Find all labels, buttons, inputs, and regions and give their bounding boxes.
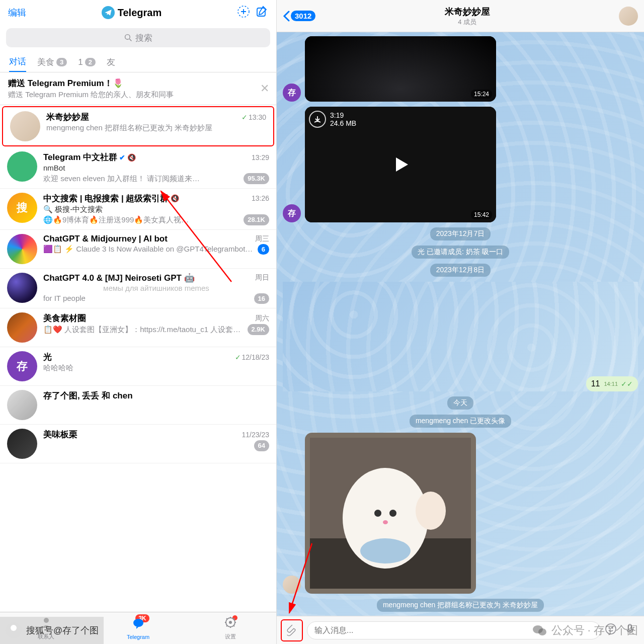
wechat-logo-icon <box>532 624 547 637</box>
watermark-left: 搜狐号@存了个图 <box>0 617 104 644</box>
svg-point-15 <box>416 492 446 530</box>
chevron-left-icon <box>283 11 290 22</box>
date-divider: 今天 <box>447 396 473 410</box>
chat-item[interactable]: 搜中文搜索 | 电报搜索 | 超级索引群 🔇13:26🔍 极搜-中文搜索🌐🔥9博… <box>0 189 276 230</box>
chat-avatar-icon <box>7 151 37 182</box>
chat-item[interactable]: Telegram 中文社群 ✔ 🔇13:29nmBot欢迎 seven elev… <box>0 147 276 189</box>
conversation-header: 3012 米奇妙妙屋 4 成员 <box>277 0 644 32</box>
compose-icon[interactable] <box>255 5 268 20</box>
play-icon[interactable] <box>396 157 408 172</box>
video-message[interactable]: 3:1924.6 MB 15:42 <box>305 107 496 222</box>
close-icon[interactable]: ✕ <box>260 82 269 95</box>
sender-avatar-icon <box>283 576 301 594</box>
folder-tabs: 对话 美食3 12 友 <box>0 52 276 72</box>
system-message: mengmeng chen 把群组名称已更改为 米奇妙妙屋 <box>377 599 544 612</box>
tab-all[interactable]: 对话 <box>9 52 26 72</box>
svg-point-12 <box>374 510 381 517</box>
app-title: Telegram <box>31 6 232 19</box>
tab-1[interactable]: 12 <box>78 57 96 67</box>
sohu-logo-icon <box>5 622 22 639</box>
svg-point-2 <box>125 35 130 40</box>
paperclip-icon <box>285 624 298 637</box>
chat-list[interactable]: 米奇妙妙屋✓ 13:30mengmeng chen 把群组名称已更改为 米奇妙妙… <box>0 105 276 612</box>
chat-avatar-icon <box>7 234 37 264</box>
sender-avatar-icon: 存 <box>283 204 301 222</box>
chat-item[interactable]: 米奇妙妙屋✓ 13:30mengmeng chen 把群组名称已更改为 米奇妙妙… <box>2 106 274 146</box>
date-divider: 2023年12月8日 <box>430 264 491 277</box>
svg-point-24 <box>11 625 17 631</box>
tab-food[interactable]: 美食3 <box>37 56 67 68</box>
tab-settings[interactable]: 设置 <box>184 612 276 644</box>
edit-button[interactable]: 编辑 <box>8 7 26 19</box>
add-folder-icon[interactable] <box>237 5 250 20</box>
message-row[interactable]: 存 3:1924.6 MB 15:42 <box>283 107 638 222</box>
message-row[interactable]: 存 15:24 <box>283 36 638 102</box>
svg-point-26 <box>538 628 546 635</box>
unread-back-badge: 3012 <box>291 11 315 21</box>
message-row[interactable]: 11 14:11 ✓✓ <box>283 282 638 391</box>
svg-point-14 <box>383 520 388 524</box>
gear-icon <box>224 616 237 632</box>
attach-button[interactable] <box>281 619 303 641</box>
messages-area[interactable]: 存 15:24 存 3:1924.6 MB 15:42 2023年12月7日 光… <box>277 32 644 616</box>
tab-friends[interactable]: 友 <box>107 56 115 68</box>
outgoing-message[interactable]: 11 14:11 ✓✓ <box>586 376 638 391</box>
chat-icon <box>132 617 145 633</box>
download-icon[interactable] <box>309 111 326 128</box>
system-message: 光 已邀请成员: 奶茶 吸一口 <box>412 246 509 259</box>
photo-message[interactable] <box>305 433 476 594</box>
premium-promo[interactable]: 赠送 Telegram Premium！🌷 赠送 Telegram Premiu… <box>0 72 276 105</box>
watermark-right: 公众号 · 存了个图 <box>532 623 638 638</box>
chat-avatar-icon <box>7 273 37 303</box>
chat-avatar-icon <box>7 390 37 420</box>
chat-list-panel: 编辑 Telegram 搜索 对话 美食3 12 友 赠送 Telegram P… <box>0 0 277 644</box>
chat-avatar-icon: 存 <box>7 351 37 381</box>
chat-avatar-icon <box>7 429 37 459</box>
tab-chats[interactable]: 3K Telegram <box>92 612 184 644</box>
svg-point-16 <box>360 538 411 564</box>
chat-item[interactable]: 美食素材圈周六📋❤️ 人设套图【亚洲女】：https://t.me/taotu_… <box>0 308 276 347</box>
chat-avatar-icon: 搜 <box>7 193 37 223</box>
svg-point-4 <box>133 619 143 627</box>
telegram-logo-icon <box>102 6 115 19</box>
chat-item[interactable]: ChatGPT 4.0 & [MJ] Neiroseti GPT 🤖周日мемы… <box>0 269 276 309</box>
image-message[interactable]: 15:24 <box>305 36 496 102</box>
chat-avatar-icon <box>10 111 40 141</box>
chat-avatar-icon <box>7 312 37 343</box>
svg-point-6 <box>229 621 232 624</box>
chat-item[interactable]: ChatGPT & Midjourney | AI bot周三🟪📋 ⚡ Clau… <box>0 230 276 269</box>
group-avatar-icon[interactable] <box>619 7 638 26</box>
svg-point-13 <box>389 510 396 517</box>
chat-item[interactable]: 存光✓ 12/18/23哈哈哈哈 <box>0 347 276 386</box>
message-row[interactable] <box>283 433 638 594</box>
system-message: mengmeng chen 已更改头像 <box>410 415 511 428</box>
date-divider: 2023年12月7日 <box>430 227 491 240</box>
back-button[interactable]: 3012 <box>283 11 315 22</box>
sender-avatar-icon: 存 <box>283 84 301 102</box>
chat-item[interactable]: 美味板栗11/23/2364 <box>0 425 276 463</box>
search-input[interactable]: 搜索 <box>6 28 270 47</box>
left-header: 编辑 Telegram <box>0 0 276 25</box>
chat-item[interactable]: 存了个图, 丢丢 和 chen <box>0 386 276 425</box>
group-title-area[interactable]: 米奇妙妙屋 4 成员 <box>319 6 615 27</box>
search-icon <box>124 34 132 42</box>
conversation-panel: 3012 米奇妙妙屋 4 成员 存 15:24 存 3:1924.6 MB <box>277 0 644 644</box>
read-ticks-icon: ✓✓ <box>621 380 633 388</box>
